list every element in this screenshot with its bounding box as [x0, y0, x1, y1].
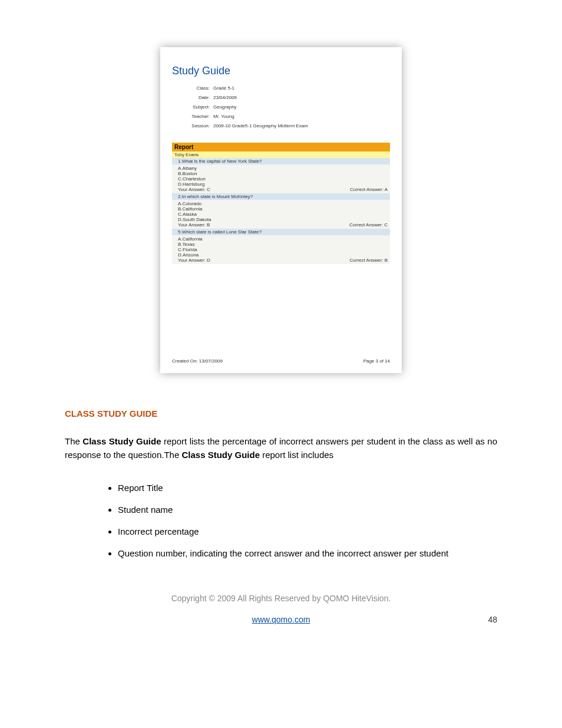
bold-term: Class Study Guide [82, 436, 161, 446]
meta-row-teacher: Teacher: Mr. Young [180, 114, 390, 119]
report-header: Report [172, 143, 390, 151]
bullet-list: Report Title Student name Incorrect perc… [65, 483, 497, 558]
question-block-2: 2.In which state is Mount McKinley? A.Co… [172, 193, 390, 229]
question-text: 1.What is the capital of New York State? [172, 158, 390, 164]
website-link[interactable]: www.qomo.com [252, 615, 310, 624]
correct-answer: Correct Answer: B [350, 258, 388, 263]
study-guide-report-preview: Study Guide Class: Grade 5-1 Date: 23/04… [160, 47, 402, 373]
answer-footer: Your Answer: D Correct Answer: B [178, 258, 388, 263]
bullet-item: Question number, indicating the correct … [118, 548, 497, 558]
your-answer: Your Answer: B [178, 222, 210, 228]
question-block-1: 1.What is the capital of New York State?… [172, 158, 390, 193]
option-b: B.Boston [178, 171, 388, 176]
meta-label: Class: [180, 85, 213, 91]
answer-block: A.Albany B.Boston C.Charleston D.Harrisb… [172, 164, 390, 193]
correct-answer: Correct Answer: A [350, 187, 388, 192]
text-segment: The [65, 436, 82, 446]
option-d: D.Arizona [178, 252, 388, 258]
option-b: B.Texas [178, 242, 388, 247]
option-c: C.Florida [178, 247, 388, 252]
section-heading: CLASS STUDY GUIDE [65, 409, 497, 419]
report-meta: Class: Grade 5-1 Date: 23/04/2009 Subjec… [180, 85, 390, 129]
meta-value: 23/04/2009 [213, 95, 237, 100]
meta-row-subject: Subject: Geography [180, 104, 390, 110]
meta-row-session: Session: 2009-10 Grade5-1 Geography Midt… [180, 123, 390, 129]
question-text: 2.In which state is Mount McKinley? [172, 193, 390, 200]
page-of: Page 3 of 14 [363, 358, 390, 364]
document-page: Study Guide Class: Grade 5-1 Date: 23/04… [0, 0, 562, 654]
option-d: D.South Dakota [178, 217, 388, 222]
bold-term: Class Study Guide [181, 450, 260, 460]
question-text: 5.Which state is called Lone Star State? [172, 229, 390, 235]
bullet-item: Report Title [118, 483, 497, 493]
body-paragraph: The Class Study Guide report lists the p… [65, 435, 497, 462]
option-b: B.California [178, 206, 388, 212]
meta-value: Mr. Young [213, 114, 234, 119]
meta-label: Date: [180, 95, 213, 100]
answer-block: A.Colorado B.California C.Alaska D.South… [172, 200, 390, 229]
answer-footer: Your Answer: B Correct Answer: C [178, 222, 388, 228]
correct-answer: Correct Answer: C [349, 222, 388, 228]
meta-row-class: Class: Grade 5-1 [180, 85, 390, 91]
report-footer: Created On: 13/07/2009 Page 3 of 14 [172, 358, 390, 364]
your-answer: Your Answer: D [178, 258, 210, 263]
meta-value: Grade 5-1 [213, 85, 234, 91]
footer-row: www.qomo.com 48 [65, 615, 497, 624]
meta-label: Subject: [180, 104, 213, 110]
bullet-item: Incorrect percentage [118, 526, 497, 536]
option-c: C.Charleston [178, 176, 388, 182]
option-a: A.California [178, 236, 388, 242]
option-a: A.Colorado [178, 201, 388, 206]
option-d: D.Harrisburg [178, 182, 388, 187]
your-answer: Your Answer: C [178, 187, 210, 192]
meta-row-date: Date: 23/04/2009 [180, 95, 390, 100]
option-c: C.Alaska [178, 212, 388, 217]
answer-footer: Your Answer: C Correct Answer: A [178, 187, 388, 192]
meta-value: 2009-10 Grade5-1 Geography Midterm Exam [213, 123, 308, 129]
answer-block: A.California B.Texas C.Florida D.Arizona… [172, 235, 390, 264]
text-segment: report list includes [260, 450, 333, 460]
meta-label: Session: [180, 123, 213, 129]
copyright-footer: Copyright © 2009 All Rights Reserved by … [65, 594, 497, 603]
report-title: Study Guide [172, 65, 390, 77]
page-number: 48 [488, 615, 497, 624]
student-name-row: Toby Evans [172, 151, 390, 158]
question-block-3: 5.Which state is called Lone Star State?… [172, 229, 390, 264]
meta-label: Teacher: [180, 114, 213, 119]
meta-value: Geography [213, 104, 237, 110]
created-on: Created On: 13/07/2009 [172, 358, 223, 364]
bullet-item: Student name [118, 505, 497, 515]
option-a: A.Albany [178, 166, 388, 171]
